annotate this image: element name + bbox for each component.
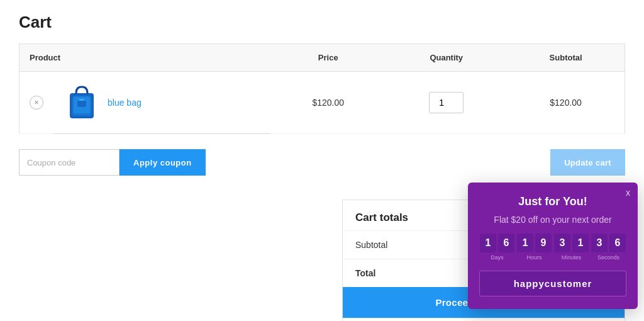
minutes-tens: 3: [554, 234, 570, 252]
price-header: Price: [270, 44, 386, 72]
minutes-ones: 1: [572, 234, 589, 252]
subtotal-header: Subtotal: [507, 44, 625, 72]
total-label: Total: [355, 268, 375, 278]
minutes-unit: 3 1 Minutes: [554, 234, 589, 261]
popup-description: Flat $20 off on your next order: [479, 215, 626, 225]
seconds-tens: 3: [591, 234, 608, 252]
remove-item-button[interactable]: ×: [30, 96, 43, 110]
quantity-header: Quantity: [386, 44, 507, 72]
hours-ones: 9: [535, 234, 552, 252]
minutes-label: Minutes: [562, 254, 582, 261]
apply-coupon-button[interactable]: Apply coupon: [119, 149, 206, 176]
popup-title: Just for You!: [479, 195, 626, 208]
seconds-ones: 6: [609, 234, 626, 252]
svg-rect-3: [77, 101, 86, 107]
coupon-input[interactable]: [19, 149, 119, 176]
countdown-timer: 1 6 Days 1 9 Hours 3 1 Minutes 3 6 Secon…: [479, 234, 626, 261]
product-header: Product: [19, 44, 271, 72]
quantity-input[interactable]: [429, 92, 464, 113]
svg-rect-4: [79, 99, 84, 101]
product-price: $120.00: [270, 72, 386, 134]
popup-close-button[interactable]: x: [626, 188, 630, 198]
hours-unit: 1 9 Hours: [517, 234, 552, 261]
hours-label: Hours: [526, 254, 541, 261]
days-label: Days: [491, 254, 504, 261]
days-tens: 1: [480, 234, 496, 252]
subtotal-label: Subtotal: [355, 240, 387, 250]
seconds-label: Seconds: [597, 254, 619, 261]
product-subtotal: $120.00: [507, 72, 625, 134]
product-image: [64, 82, 100, 123]
cart-table: Product Price Quantity Subtotal ×: [19, 43, 625, 134]
bottom-left: [19, 200, 342, 321]
promo-popup: x Just for You! Flat $20 off on your nex…: [468, 183, 638, 309]
days-ones: 6: [498, 234, 514, 252]
hours-tens: 1: [517, 234, 533, 252]
seconds-unit: 3 6 Seconds: [591, 234, 626, 261]
coupon-code-display[interactable]: happycustomer: [479, 271, 626, 296]
coupon-area: Apply coupon: [19, 140, 206, 184]
page-title: Cart: [19, 13, 625, 32]
paypal-section: -- Reduce the number of clicks with PayP…: [343, 318, 625, 321]
table-row: × blue bag $120.00: [19, 72, 625, 134]
product-link[interactable]: blue bag: [108, 98, 142, 108]
update-cart-button[interactable]: Update cart: [550, 149, 625, 176]
cart-actions-row: Apply coupon Update cart: [19, 134, 625, 184]
days-unit: 1 6 Days: [480, 234, 514, 261]
